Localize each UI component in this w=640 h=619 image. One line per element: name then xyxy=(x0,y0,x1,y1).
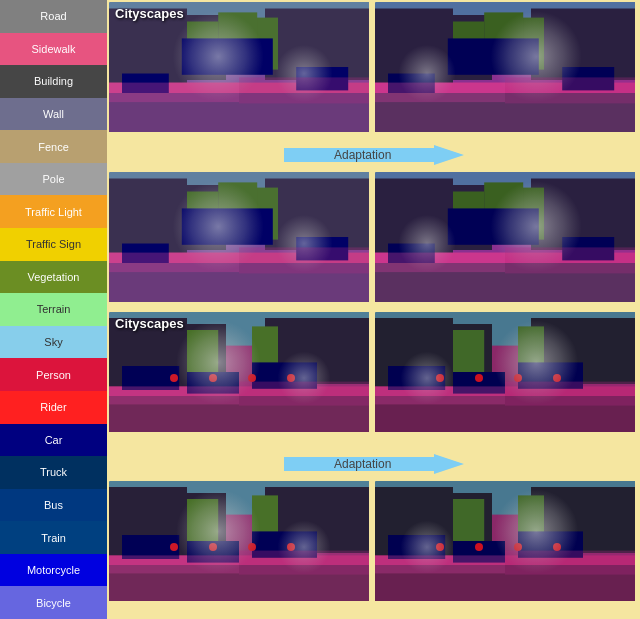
top-right-image-before xyxy=(375,2,638,138)
legend-item-truck: Truck xyxy=(0,456,107,489)
legend-item-bus: Bus xyxy=(0,489,107,522)
cityscapes-label-1: Cityscapes xyxy=(115,6,184,21)
legend-item-sidewalk: Sidewalk xyxy=(0,33,107,66)
top-left-image-before: Cityscapes xyxy=(109,2,372,138)
adaptation-row-1: Adaptation xyxy=(109,138,638,172)
top-image-row-2 xyxy=(109,172,638,308)
bottom-right-image-before xyxy=(375,312,638,448)
top-left-image-after xyxy=(109,172,372,308)
legend-item-car: Car xyxy=(0,424,107,457)
legend-item-traffic-light: Traffic Light xyxy=(0,195,107,228)
top-right-image-after xyxy=(375,172,638,308)
legend-item-motorcycle: Motorcycle xyxy=(0,554,107,587)
legend-item-building: Building xyxy=(0,65,107,98)
legend-item-person: Person xyxy=(0,358,107,391)
legend-item-road: Road xyxy=(0,0,107,33)
cityscapes-label-2: Cityscapes xyxy=(115,316,184,331)
legend-item-pole: Pole xyxy=(0,163,107,196)
bottom-image-row-1: Cityscapes xyxy=(109,312,638,448)
svg-text:Adaptation: Adaptation xyxy=(334,457,391,471)
svg-text:Adaptation: Adaptation xyxy=(334,148,391,162)
legend-item-terrain: Terrain xyxy=(0,293,107,326)
adaptation-arrow-1: Adaptation xyxy=(284,141,464,169)
bottom-left-image-after xyxy=(109,481,372,617)
legend-item-bicycle: Bicycle xyxy=(0,586,107,619)
legend-item-vegetation: Vegetation xyxy=(0,261,107,294)
bottom-image-row-2 xyxy=(109,481,638,617)
legend-item-fence: Fence xyxy=(0,130,107,163)
content-panel: Cityscapes Adaptation xyxy=(107,0,640,619)
adaptation-row-2: Adaptation xyxy=(109,447,638,481)
legend-item-train: Train xyxy=(0,521,107,554)
top-image-row-1: Cityscapes xyxy=(109,2,638,138)
bottom-left-image-before: Cityscapes xyxy=(109,312,372,448)
legend-item-wall: Wall xyxy=(0,98,107,131)
legend-panel: Road Sidewalk Building Wall Fence Pole T… xyxy=(0,0,107,619)
adaptation-arrow-2: Adaptation xyxy=(284,450,464,478)
legend-item-sky: Sky xyxy=(0,326,107,359)
bottom-right-image-after xyxy=(375,481,638,617)
legend-item-traffic-sign: Traffic Sign xyxy=(0,228,107,261)
legend-item-rider: Rider xyxy=(0,391,107,424)
